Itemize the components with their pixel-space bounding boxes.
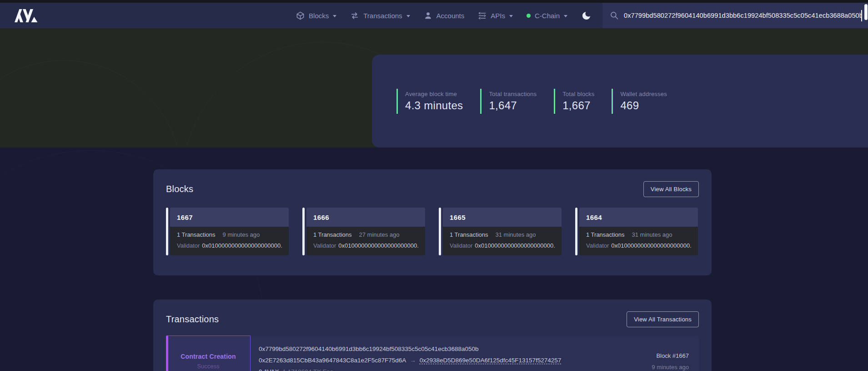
transaction-status-badge: Success [197, 363, 219, 370]
transaction-fee: 1.1718604 TX Fee [283, 368, 334, 371]
transaction-details: 0x7799bd580272f9604140b6991d3bb6c19924bf… [251, 335, 603, 371]
stat-label: Wallet addresses [620, 91, 667, 97]
block-tx-count: 1 Transactions [177, 231, 216, 238]
nav-label: Transactions [363, 12, 402, 20]
stat-average-block-time: Average block time 4.3 minutes [396, 89, 463, 114]
block-card[interactable]: 1667 1 Transactions 9 minutes ago Valida… [166, 208, 289, 255]
block-age: 9 minutes ago [223, 231, 260, 238]
validator-address: 0x0100000000000000000000... [338, 242, 418, 249]
block-number[interactable]: 1665 [443, 208, 562, 227]
view-all-blocks-button[interactable]: View All Blocks [643, 181, 699, 197]
transaction-row[interactable]: Contract Creation Success 0x7799bd580272… [166, 335, 699, 371]
swap-arrows-icon [350, 11, 359, 20]
main-nav: Blocks Transactions [296, 10, 592, 21]
block-tx-count: 1 Transactions [586, 231, 625, 238]
nav-item-blocks[interactable]: Blocks [296, 11, 336, 20]
search-input[interactable] [624, 12, 862, 19]
chain-selector[interactable]: C-Chain [527, 12, 567, 20]
chevron-down-icon [333, 15, 336, 17]
moon-icon [581, 10, 592, 21]
stat-value: 469 [620, 99, 667, 112]
from-address: 0x2E7263d815CbB43a9647843C8a1e2F5c87F75d… [259, 357, 406, 364]
block-number[interactable]: 1667 [170, 208, 289, 227]
nav-label: Accounts [437, 12, 465, 20]
nav-item-apis[interactable]: APIs [478, 11, 513, 20]
search-bar [602, 3, 868, 28]
validator-label: Validator [586, 242, 609, 249]
block-accent-bar [439, 208, 441, 255]
transaction-block-link[interactable]: Block #1667 [603, 350, 689, 361]
stat-label: Average block time [405, 91, 463, 97]
blocks-section-header: Blocks View All Blocks [153, 169, 712, 197]
transaction-age: 9 minutes ago [603, 361, 689, 371]
block-number[interactable]: 1664 [579, 208, 698, 227]
transaction-amount: 0 AVAX [259, 368, 279, 371]
chain-label: C-Chain [535, 12, 560, 20]
page: Blocks Transactions [0, 0, 868, 371]
block-cards-row: 1667 1 Transactions 9 minutes ago Valida… [153, 208, 712, 255]
transaction-type-cell: Contract Creation Success [166, 335, 251, 371]
stat-total-blocks: Total blocks 1,667 [554, 89, 594, 114]
stat-label: Total blocks [562, 91, 594, 97]
transaction-addresses: 0x2E7263d815CbB43a9647843C8a1e2F5c87F75d… [259, 355, 603, 366]
stats-panel: Average block time 4.3 minutes Total tra… [372, 55, 868, 147]
avalanche-logo[interactable] [14, 8, 42, 23]
transactions-section: Transactions View All Transactions Contr… [153, 300, 712, 371]
transaction-accent-bar [166, 335, 168, 371]
view-all-transactions-button[interactable]: View All Transactions [627, 311, 699, 327]
chevron-down-icon [406, 15, 410, 17]
stat-value: 1,667 [562, 99, 594, 112]
validator-label: Validator [313, 242, 336, 249]
validator-label: Validator [450, 242, 472, 249]
block-card[interactable]: 1664 1 Transactions 31 minutes ago Valid… [575, 208, 698, 255]
nav-item-accounts[interactable]: Accounts [424, 11, 465, 20]
stat-wallet-addresses: Wallet addresses 469 [612, 89, 667, 114]
validator-address: 0x0100000000000000000000... [475, 242, 555, 249]
block-age: 27 minutes ago [359, 231, 400, 238]
chain-status-dot [527, 14, 531, 18]
stat-value: 1,647 [489, 99, 537, 112]
cube-icon [296, 11, 305, 20]
blocks-section-title: Blocks [166, 184, 193, 194]
stat-total-transactions: Total transactions 1,647 [480, 89, 537, 114]
sliders-icon [478, 11, 487, 20]
transaction-type: Contract Creation [181, 353, 236, 360]
block-age: 31 minutes ago [632, 231, 672, 238]
chevron-down-icon [509, 15, 513, 17]
nav-item-transactions[interactable]: Transactions [350, 11, 410, 20]
navbar: Blocks Transactions [0, 3, 868, 28]
to-address-link[interactable]: 0x2938eD5D869e50DA6f125dfc45F13157f52742… [420, 357, 562, 364]
transactions-section-header: Transactions View All Transactions [153, 300, 712, 327]
blocks-section: Blocks View All Blocks 1667 1 Transactio… [153, 169, 712, 275]
validator-address: 0x0100000000000000000000... [611, 242, 691, 249]
chevron-down-icon [564, 15, 567, 17]
block-accent-bar [575, 208, 577, 255]
validator-address: 0x0100000000000000000000... [202, 242, 282, 249]
stat-value: 4.3 minutes [405, 99, 463, 112]
arrow-right-icon: → [410, 357, 416, 364]
person-icon [424, 11, 432, 20]
block-accent-bar [302, 208, 305, 255]
transaction-hash[interactable]: 0x7799bd580272f9604140b6991d3bb6c19924bf… [259, 343, 603, 355]
transaction-meta: Block #1667 9 minutes ago [603, 335, 699, 371]
block-number[interactable]: 1666 [306, 208, 425, 227]
nav-label: APIs [491, 12, 505, 20]
validator-label: Validator [177, 242, 200, 249]
text-caret [861, 10, 862, 21]
transaction-value-line: 0 AVAX1.1718604 TX Fee [259, 366, 603, 371]
decorative-circle [0, 60, 182, 147]
nav-label: Blocks [309, 12, 329, 20]
dark-mode-toggle[interactable] [581, 10, 592, 21]
search-icon [610, 11, 619, 20]
block-accent-bar [166, 208, 168, 255]
hero-section: Average block time 4.3 minutes Total tra… [0, 28, 868, 147]
block-card[interactable]: 1665 1 Transactions 31 minutes ago Valid… [439, 208, 562, 255]
scrollbar-thumb[interactable] [864, 4, 868, 20]
block-age: 31 minutes ago [496, 231, 536, 238]
avalanche-logo-icon [14, 8, 42, 23]
block-tx-count: 1 Transactions [313, 231, 352, 238]
transactions-section-title: Transactions [166, 314, 219, 325]
block-tx-count: 1 Transactions [450, 231, 488, 238]
block-card[interactable]: 1666 1 Transactions 27 minutes ago Valid… [302, 208, 425, 255]
stat-label: Total transactions [489, 91, 537, 97]
